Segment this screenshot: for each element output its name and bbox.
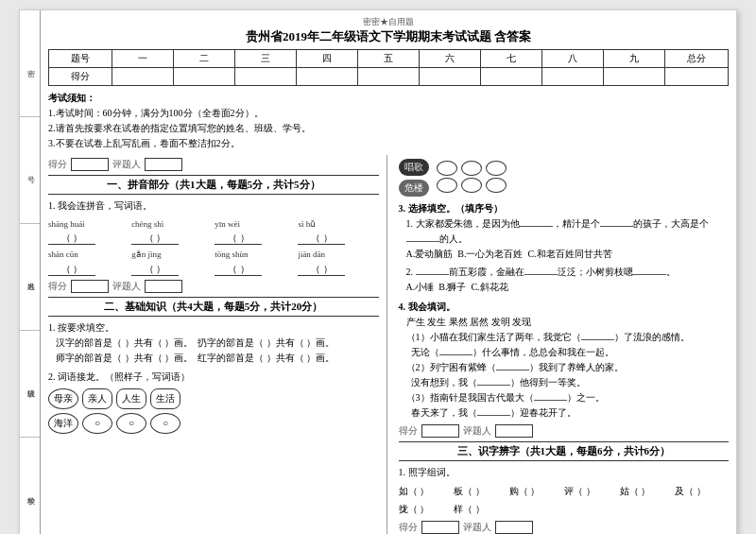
- oval-5: [461, 178, 482, 193]
- pinyin-item-3: yīn wèi （ ）: [215, 217, 295, 245]
- section4-score-row: 得分 评题人: [399, 521, 730, 534]
- score-5[interactable]: [358, 68, 420, 86]
- word-circles-row: 母亲 亲人 人生 生活: [48, 388, 379, 409]
- q4-blank-2[interactable]: [439, 354, 472, 355]
- score-reviewer-label: 评题人: [112, 158, 141, 171]
- ovals-row-1: [437, 161, 507, 176]
- oval-4: [437, 178, 457, 193]
- score-7[interactable]: [480, 68, 541, 86]
- oval-2: [461, 161, 482, 176]
- pinyin-item-1: shāng huái （ ）: [48, 217, 129, 245]
- word-blank-3[interactable]: ○: [150, 413, 180, 434]
- pinyin-blank-2[interactable]: （ ）: [131, 232, 179, 245]
- two-column-layout: 得分 评题人 一、拼音部分（共1大题，每题5分，共计5分） 1. 我会连拼音，写…: [48, 155, 729, 534]
- table-header-5: 五: [358, 50, 420, 68]
- exam-page: 密 号 姓名 班级 学校 学号（座位） 密密★自用题 贵州省2019年二年级语文…: [19, 9, 737, 534]
- score-row-label-3: 得分: [399, 424, 418, 438]
- q3-blank-4[interactable]: [416, 274, 449, 275]
- q4-q2b: 没有想到，我（）他得到一等奖。: [406, 375, 730, 390]
- side-label-strip: 密 号 姓名 班级 学校 学号（座位）: [20, 10, 41, 534]
- char-6: 及（ ）: [675, 483, 729, 499]
- q4-blank-3[interactable]: [496, 370, 529, 370]
- word-circle-5: 海洋: [48, 413, 78, 434]
- section1-score-row: 得分 评题人: [48, 158, 379, 171]
- q4-blank-1[interactable]: [581, 339, 614, 340]
- oval-3: [486, 161, 507, 176]
- q3-blank-2[interactable]: [600, 226, 633, 227]
- q4-blank-4[interactable]: [477, 385, 510, 386]
- score-total[interactable]: [664, 68, 728, 86]
- right-column: 唱歌 危楼: [395, 155, 730, 534]
- q4-blank-6[interactable]: [477, 415, 510, 416]
- q4-title: 4. 我会填词。: [399, 299, 730, 315]
- score-8[interactable]: [541, 68, 603, 86]
- score-1[interactable]: [112, 68, 174, 86]
- reviewer-box-4[interactable]: [495, 521, 533, 534]
- table-header-6: 六: [419, 50, 480, 68]
- pinyin-blank-1[interactable]: （ ）: [48, 232, 95, 245]
- score-box-1[interactable]: [71, 158, 109, 171]
- s2q1-sub1: 汉字的部首是（ ）共有（ ）画。 扔字的部首是（ ）共有（ ）画。: [56, 336, 379, 351]
- score-box-4[interactable]: [421, 521, 459, 534]
- reviewer-box-2[interactable]: [145, 280, 182, 293]
- instruction-1: 1.考试时间：60分钟，满分为100分（全卷面2分）。: [48, 106, 729, 121]
- exam-subtitle: 密密★自用题: [48, 16, 729, 28]
- score-4[interactable]: [297, 68, 358, 86]
- q4-blank-5[interactable]: [534, 400, 567, 401]
- pinyin-item-5: shān cūn （ ）: [48, 248, 129, 275]
- main-content: 密密★自用题 贵州省2019年二年级语文下学期期末考试试题 含答案 题号 一 二…: [41, 10, 736, 534]
- q3-q1-opts: A.爱动脑筋 B.一心为老百姓 C.和老百姓同甘共苦: [406, 247, 730, 262]
- score-6[interactable]: [419, 68, 480, 86]
- ovals-row-2: [437, 178, 507, 193]
- side-label-school: 学校: [20, 438, 40, 534]
- s1q1-label: 1. 我会连拼音，写词语。: [48, 198, 379, 214]
- danger-label: 危楼: [399, 180, 429, 197]
- q4-section: 4. 我会填词。 产生 发生 果然 居然 发明 发现 （1）小猫在我们家生活了两…: [399, 299, 730, 421]
- pinyin-blank-3[interactable]: （ ）: [215, 232, 262, 245]
- pinyin-item-7: tōng shùn （ ）: [215, 248, 295, 275]
- word-blank-1[interactable]: ○: [82, 413, 112, 434]
- pinyin-item-6: gǎn jìng （ ）: [131, 248, 212, 275]
- score-box-2[interactable]: [71, 280, 109, 293]
- table-header-num: 题号: [49, 50, 112, 68]
- side-label-class: 班级: [20, 331, 40, 438]
- score-2[interactable]: [174, 68, 235, 86]
- side-label-name: 姓名: [20, 224, 40, 331]
- score-label: 得分: [49, 68, 112, 86]
- score-reviewer-label-3: 评题人: [463, 424, 491, 438]
- char-4: 评（ ）: [564, 483, 618, 499]
- table-header-3: 三: [235, 50, 297, 68]
- q3-blank-1[interactable]: [520, 226, 553, 227]
- q4-word-bank: 产生 发生 果然 居然 发明 发现: [406, 315, 730, 330]
- song-danger-section: 唱歌 危楼: [399, 159, 730, 197]
- section3-header: 三、识字辨字（共1大题，每题6分，共计6分）: [399, 441, 730, 461]
- q3-blank-6[interactable]: [633, 274, 666, 275]
- score-box-3[interactable]: [421, 424, 459, 438]
- pinyin-blank-5[interactable]: （ ）: [48, 263, 95, 276]
- oval-6: [486, 178, 507, 193]
- section3-content: 1. 照字组词。 如（ ） 板（ ） 购（ ） 评（ ） 姑（ ） 及（ ） 拢…: [399, 464, 730, 517]
- table-header-7: 七: [480, 50, 541, 68]
- q3-blank-5[interactable]: [524, 274, 558, 275]
- char-1: 如（ ）: [399, 483, 453, 499]
- pinyin-blank-6[interactable]: （ ）: [131, 263, 179, 276]
- table-header-2: 二: [174, 50, 235, 68]
- char-8: 样（ ）: [454, 501, 507, 517]
- pinyin-blank-8[interactable]: （ ）: [298, 263, 345, 276]
- pinyin-grid: shāng huái （ ） chéng shì （ ） yīn wèi （ ）: [48, 217, 379, 276]
- pinyin-blank-4[interactable]: （ ）: [298, 232, 345, 245]
- q3-blank-3[interactable]: [406, 241, 439, 242]
- word-blank-2[interactable]: ○: [116, 413, 146, 434]
- q3-section: 3. 选择填空。（填序号） 1. 大家都爱朱德，是因为他，精汁是个的孩子，大高是…: [399, 200, 730, 295]
- char-5: 姑（ ）: [620, 483, 674, 499]
- instructions-title: 考试须知：: [48, 91, 729, 106]
- section2-content: 1. 按要求填空。 汉字的部首是（ ）共有（ ）画。 扔字的部首是（ ）共有（ …: [48, 319, 379, 434]
- reviewer-box-1[interactable]: [145, 158, 182, 171]
- reviewer-box-3[interactable]: [495, 424, 533, 438]
- exam-header: 密密★自用题 贵州省2019年二年级语文下学期期末考试试题 含答案: [48, 16, 729, 45]
- score-9[interactable]: [603, 68, 664, 86]
- pinyin-blank-7[interactable]: （ ）: [215, 263, 262, 276]
- word-circle-1: 母亲: [48, 388, 78, 409]
- score-3[interactable]: [235, 68, 297, 86]
- exam-instructions: 考试须知： 1.考试时间：60分钟，满分为100分（全卷面2分）。 2.请首先按…: [48, 91, 729, 151]
